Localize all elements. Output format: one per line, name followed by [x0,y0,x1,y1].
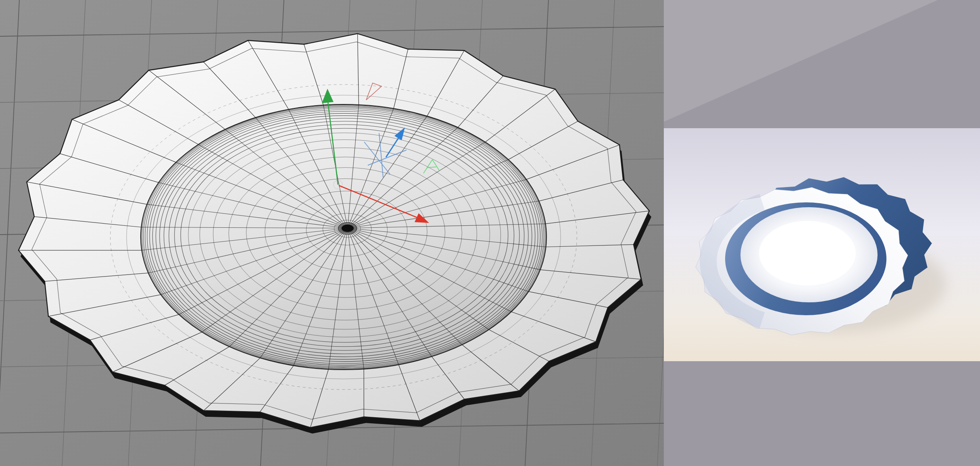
mesh-pole-vertex[interactable] [342,225,354,232]
modeling-app-window [0,0,980,466]
render-panel-bottom-band [664,361,980,466]
wireframe-plate-canvas[interactable] [0,0,664,466]
render-bowl-highlight [759,221,856,285]
render-preview-canvas [664,0,980,466]
render-preview-panel [664,0,980,466]
viewport-3d[interactable] [0,0,664,466]
